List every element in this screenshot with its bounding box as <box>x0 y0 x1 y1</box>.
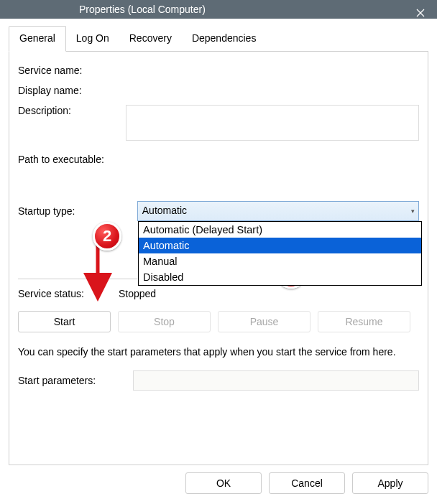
startup-type-dropdown: Automatic (Delayed Start) Automatic Manu… <box>138 221 422 286</box>
tab-logon[interactable]: Log On <box>66 27 119 51</box>
description-box[interactable] <box>126 105 419 141</box>
pause-button[interactable]: Pause <box>218 311 310 332</box>
start-button[interactable]: Start <box>18 311 111 332</box>
chevron-down-icon: ▾ <box>411 207 415 215</box>
apply-button[interactable]: Apply <box>352 472 428 494</box>
service-name-label: Service name: <box>18 65 126 76</box>
parameters-hint: You can specify the start parameters tha… <box>18 345 419 359</box>
description-label: Description: <box>18 105 126 116</box>
display-name-label: Display name: <box>18 85 126 96</box>
resume-button[interactable]: Resume <box>318 311 410 332</box>
option-automatic[interactable]: Automatic <box>139 238 421 253</box>
tab-dependencies[interactable]: Dependencies <box>182 27 267 51</box>
annotation-badge-2: 2 <box>93 222 121 251</box>
service-status-value: Stopped <box>119 288 156 299</box>
startup-type-combo[interactable]: Automatic ▾ <box>137 201 419 221</box>
window-title: Properties (Local Computer) <box>79 4 206 15</box>
option-disabled[interactable]: Disabled <box>139 269 421 285</box>
start-parameters-input[interactable] <box>133 370 419 391</box>
dialog-footer: OK Cancel Apply <box>0 465 437 504</box>
properties-dialog: Properties (Local Computer) General Log … <box>0 0 437 504</box>
content-area: General Log On Recovery Dependencies Ser… <box>0 19 437 465</box>
cancel-button[interactable]: Cancel <box>269 472 345 494</box>
ok-button[interactable]: OK <box>185 472 262 494</box>
tab-general[interactable]: General <box>9 26 66 52</box>
titlebar: Properties (Local Computer) <box>0 0 437 19</box>
startup-type-value: Automatic <box>142 205 187 216</box>
startup-row: Startup type: Automatic ▾ Automatic (Del… <box>18 201 419 221</box>
tab-bar: General Log On Recovery Dependencies <box>9 26 428 52</box>
startup-type-label: Startup type: <box>18 205 118 217</box>
option-auto-delayed[interactable]: Automatic (Delayed Start) <box>139 222 421 238</box>
tab-recovery[interactable]: Recovery <box>119 27 182 51</box>
general-panel: Service name: Display name: Description:… <box>9 52 428 465</box>
stop-button[interactable]: Stop <box>118 311 211 332</box>
close-icon <box>416 9 425 17</box>
path-label: Path to executable: <box>18 154 419 165</box>
option-manual[interactable]: Manual <box>139 253 421 269</box>
service-status-label: Service status: <box>18 288 119 299</box>
start-parameters-label: Start parameters: <box>18 375 133 386</box>
service-button-row: Start Stop Pause Resume <box>18 311 419 332</box>
